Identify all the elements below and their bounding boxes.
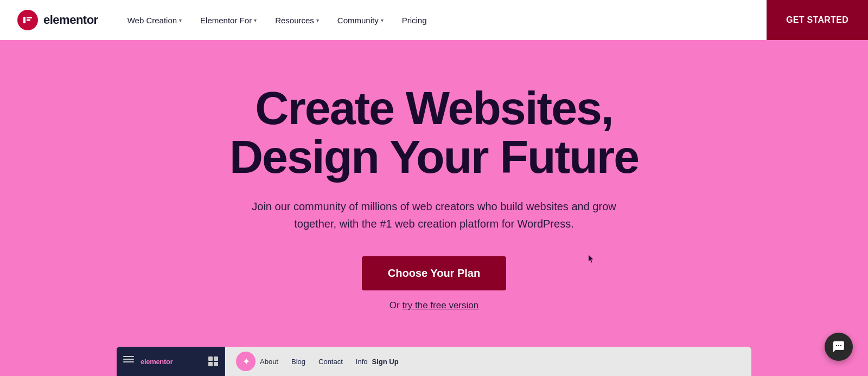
nav-web-creation[interactable]: Web Creation ▾ [120, 11, 189, 29]
nav-links: Web Creation ▾ Elementor For ▾ Resources… [120, 11, 808, 29]
logo[interactable]: elementor [17, 10, 98, 30]
chat-widget[interactable] [825, 333, 853, 361]
free-version-link[interactable]: try the free version [402, 300, 478, 310]
editor-preview: elementor ✦ About Blog Contact Info Sign… [117, 347, 751, 376]
hero-title: Create Websites, Design Your Future [229, 83, 639, 181]
hero-free-prefix: Or [390, 300, 403, 310]
nav-community[interactable]: Community ▾ [330, 11, 391, 29]
preview-brand-icon: ✦ [236, 352, 256, 371]
preview-nav-blog: Blog [291, 358, 305, 366]
svg-rect-1 [27, 17, 32, 18]
nav-elementor-for[interactable]: Elementor For ▾ [193, 11, 264, 29]
svg-rect-2 [27, 20, 30, 21]
hero-subtitle: Join our community of millions of web cr… [250, 198, 618, 232]
hero-section: Create Websites, Design Your Future Join… [0, 40, 868, 376]
svg-rect-0 [23, 17, 25, 23]
preview-nav-about: About [260, 358, 278, 366]
get-started-button[interactable]: GET STARTED [767, 0, 868, 40]
sidebar-menu-icon[interactable] [123, 356, 134, 367]
nav-pricing[interactable]: Pricing [394, 11, 435, 29]
nav-right: LOGIN GET STARTED [808, 11, 851, 29]
logo-icon [17, 10, 38, 30]
preview-nav-info: Info [356, 358, 368, 366]
choose-plan-button[interactable]: Choose Your Plan [362, 256, 506, 290]
hero-free-text: Or try the free version [390, 300, 478, 311]
cursor-icon [589, 255, 594, 263]
nav-elementor-for-chevron: ▾ [254, 17, 257, 23]
preview-nav: About Blog Contact Info [260, 358, 368, 366]
nav-web-creation-label: Web Creation [127, 16, 177, 25]
nav-web-creation-chevron: ▾ [179, 17, 182, 23]
preview-content-area: ✦ About Blog Contact Info Sign Up [225, 347, 751, 376]
preview-signup: Sign Up [372, 358, 399, 366]
nav-community-label: Community [337, 16, 379, 25]
preview-nav-contact: Contact [318, 358, 343, 366]
nav-pricing-label: Pricing [402, 16, 427, 25]
sidebar-grid-icon[interactable] [208, 356, 218, 366]
nav-elementor-for-label: Elementor For [200, 16, 252, 25]
preview-sidebar: elementor [117, 347, 225, 376]
hero-title-line2: Design Your Future [229, 131, 639, 183]
preview-logo: elementor [141, 358, 173, 366]
chat-icon [832, 340, 845, 353]
navbar: elementor Web Creation ▾ Elementor For ▾… [0, 0, 868, 40]
logo-text: elementor [43, 13, 98, 27]
preview-inner: ✦ About Blog Contact Info Sign Up [236, 352, 399, 371]
nav-resources-chevron: ▾ [316, 17, 319, 23]
nav-community-chevron: ▾ [381, 17, 384, 23]
hero-title-line1: Create Websites, [255, 82, 613, 134]
nav-resources[interactable]: Resources ▾ [267, 11, 327, 29]
nav-resources-label: Resources [275, 16, 314, 25]
